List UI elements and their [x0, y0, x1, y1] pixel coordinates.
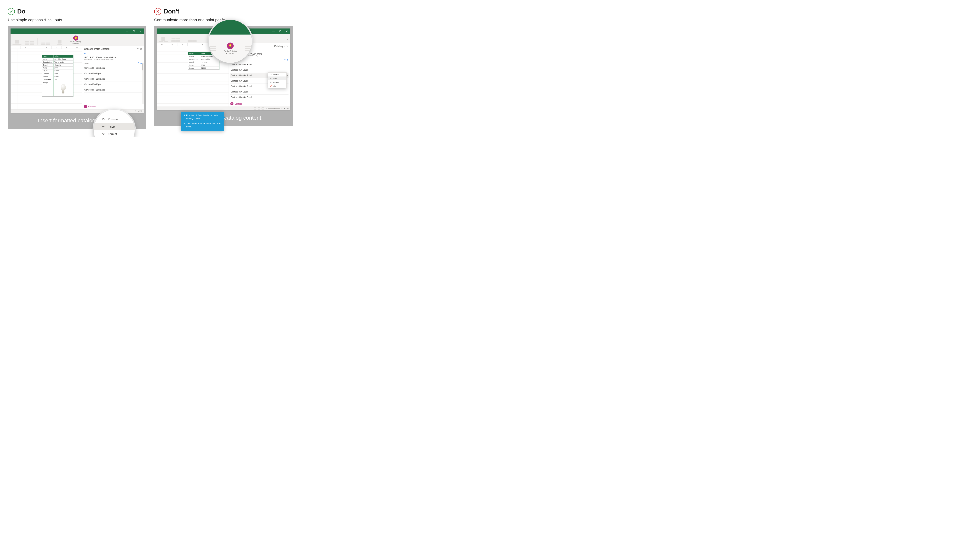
- menu-preview[interactable]: Preview: [108, 117, 118, 121]
- menu-pin[interactable]: 📌Pin: [268, 84, 286, 88]
- dont-heading: Don't: [164, 8, 179, 15]
- list-item[interactable]: Contoso 60 - 65w Equal: [84, 87, 142, 93]
- pin-icon: 📌: [270, 85, 272, 87]
- list-view-icon[interactable]: ☰: [138, 62, 139, 64]
- pane-result-count: 16 results in LED - R30 - 60-65 Watt Equ…: [84, 58, 142, 60]
- pane-subtitle: LED - R30 - 2700K - Warm White: [84, 56, 142, 58]
- ribbon-parts-catalog-button[interactable]: 💡 Parts CatalogContoso: [69, 35, 83, 45]
- dont-frame: — ▢ ✕ ⌄ GH IJ: [154, 26, 293, 126]
- zoom-slider[interactable]: [122, 111, 133, 111]
- list-item[interactable]: Contoso 85w Equal: [230, 89, 289, 95]
- maximize-icon[interactable]: ▢: [277, 28, 284, 34]
- dont-cross-icon: ✕: [154, 8, 161, 15]
- callout-step-a: First launch from the ribbon parts catal…: [186, 114, 221, 120]
- avatar: C: [84, 105, 87, 108]
- ribbon-chevron-icon[interactable]: ⌄: [287, 38, 288, 40]
- do-titlebar: — ▢ ✕: [10, 28, 143, 34]
- grid-view-icon[interactable]: ▦: [287, 59, 289, 61]
- zoom-in-icon[interactable]: +: [282, 108, 282, 110]
- do-task-pane: Contoso Parts Catalog ▾ ✕ ≡ LED - R30 - …: [82, 46, 143, 109]
- do-check-icon: ✓: [8, 8, 15, 15]
- format-icon: ⚙: [102, 132, 105, 136]
- callout-step-b: Then insert from the menu item drop down…: [186, 122, 221, 128]
- footer-vendor: Contoso: [88, 105, 95, 108]
- pane-close-icon[interactable]: ✕: [140, 47, 142, 50]
- dont-callout: First launch from the ribbon parts catal…: [181, 112, 224, 131]
- zoom-in-icon[interactable]: +: [135, 110, 136, 112]
- zoom-level: 100%: [284, 108, 289, 110]
- list-item[interactable]: Contoso 85w Equal: [230, 67, 289, 73]
- close-icon[interactable]: ✕: [284, 28, 290, 34]
- do-ribbon: 💡 Parts CatalogContoso: [10, 34, 143, 46]
- status-bar: − + 100%: [157, 107, 290, 110]
- menu-format[interactable]: Format: [108, 132, 117, 136]
- do-heading: Do: [17, 8, 25, 15]
- zoom-slider[interactable]: [268, 108, 280, 109]
- pane-dropdown-icon[interactable]: ▾: [137, 47, 138, 50]
- view-pagebreak-icon[interactable]: [262, 108, 264, 110]
- avatar: C: [230, 102, 234, 105]
- pane-close-icon[interactable]: ✕: [286, 45, 289, 48]
- minimize-icon[interactable]: —: [270, 28, 277, 34]
- menu-format[interactable]: ⚙Format: [268, 80, 286, 84]
- lightbulb-icon: 💡: [73, 35, 78, 41]
- list-item[interactable]: Contoso 60 - 65w Equal: [84, 76, 142, 82]
- insert-icon: ⇥: [102, 125, 105, 128]
- view-layout-icon[interactable]: [258, 108, 260, 110]
- do-column: ✓ Do Use simple captions & call-outs. — …: [8, 8, 147, 129]
- ribbon-parts-catalog-button[interactable]: 💡 Parts CatalogContoso: [224, 43, 237, 55]
- zoom-level: 100%: [138, 110, 142, 112]
- close-icon[interactable]: ✕: [137, 28, 143, 34]
- list-item[interactable]: Contoso 60 - 65w Equal: [84, 65, 142, 71]
- minimize-icon[interactable]: —: [124, 28, 130, 34]
- list-item[interactable]: Contoso 85w Equal: [84, 82, 142, 87]
- menu-preview[interactable]: ◔Preview: [268, 73, 286, 77]
- preview-icon: ◔: [270, 73, 272, 75]
- pane-dropdown-icon[interactable]: ▾: [284, 45, 285, 48]
- maximize-icon[interactable]: ▢: [130, 28, 137, 34]
- format-icon: ⚙: [270, 82, 272, 83]
- menu-insert[interactable]: Insert: [108, 125, 115, 128]
- dont-column: ✕ Don't Communicate more than one point …: [154, 8, 293, 129]
- preview-icon: ◔: [102, 117, 105, 121]
- dont-context-menu: ◔Preview ⇥Insert ⚙Format 📌Pin: [268, 72, 287, 88]
- list-view-icon[interactable]: ☰: [284, 59, 285, 61]
- menu-insert[interactable]: ⇥Insert: [268, 77, 286, 80]
- scrollbar[interactable]: [142, 63, 143, 104]
- insert-icon: ⇥: [270, 77, 272, 79]
- hamburger-icon[interactable]: ≡: [84, 52, 142, 55]
- list-item[interactable]: Contoso 60 - 65w Equal: [230, 95, 289, 100]
- do-subtitle: Use simple captions & call-outs.: [8, 18, 147, 22]
- list-item[interactable]: Contoso 60 - 65w Equal: [230, 62, 289, 67]
- lightbulb-icon: 💡: [227, 43, 234, 49]
- footer-vendor: Contoso: [235, 103, 242, 105]
- zoom-out-icon[interactable]: −: [265, 108, 267, 110]
- do-spreadsheet-grid[interactable]: GH IJ KL M LableValue Name60 - 65w Equal…: [10, 46, 82, 109]
- do-excel-window: — ▢ ✕ 💡 Parts CatalogContoso: [10, 28, 143, 113]
- do-frame: — ▢ ✕ 💡 Parts CatalogContoso: [8, 26, 147, 129]
- dont-lens-ribbon: 💡 Parts CatalogContoso: [209, 20, 252, 63]
- inserted-table: LableValue Name60 - 65w Equal Descriptio…: [42, 55, 73, 97]
- list-item[interactable]: Contoso 85w Equal: [84, 71, 142, 76]
- bulb-image-icon: [60, 84, 66, 93]
- view-normal-icon[interactable]: [254, 108, 256, 110]
- pane-title: Contoso Parts Catalog: [84, 47, 110, 50]
